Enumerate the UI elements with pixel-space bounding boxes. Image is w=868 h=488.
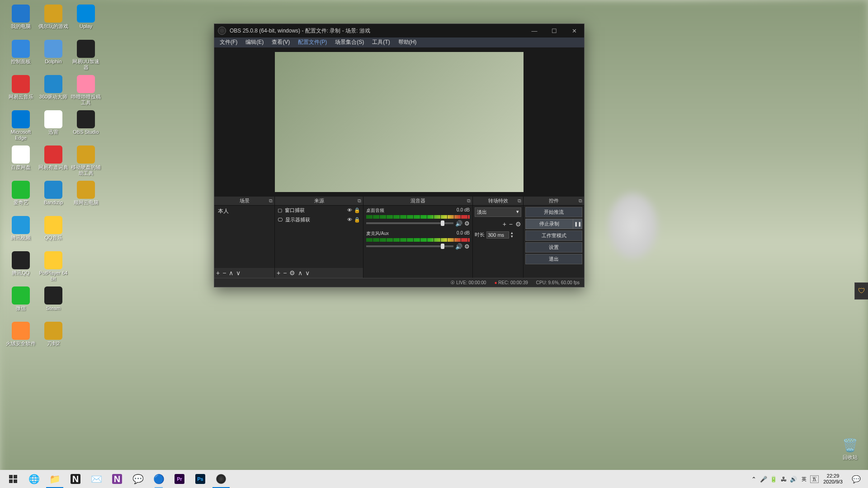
desktop-icon[interactable]: 腾讯QQ bbox=[5, 251, 37, 286]
menu-tools[interactable]: 工具(T) bbox=[368, 38, 393, 47]
menu-scene-collection[interactable]: 场景集合(S) bbox=[331, 38, 368, 47]
popout-icon[interactable]: ⧉ bbox=[358, 198, 361, 204]
source-item[interactable]: 🖵显示器捕获👁🔒 bbox=[275, 215, 363, 225]
source-properties-button[interactable]: ⚙ bbox=[289, 269, 295, 277]
popout-icon[interactable]: ⧉ bbox=[518, 198, 521, 204]
remove-scene-button[interactable]: − bbox=[222, 269, 226, 277]
menu-profile[interactable]: 配置文件(P) bbox=[294, 38, 330, 47]
desktop-icon[interactable]: 迅雷 bbox=[37, 110, 70, 145]
taskbar-explorer[interactable]: 📁 bbox=[44, 470, 65, 488]
popout-icon[interactable]: ⧉ bbox=[269, 198, 273, 204]
tray-overflow-button[interactable]: ⌃ bbox=[749, 470, 758, 488]
tray-mic-icon[interactable]: 🎤 bbox=[759, 470, 768, 488]
source-item[interactable]: ▢窗口捕获👁🔒 bbox=[275, 206, 363, 215]
minimize-button[interactable]: — bbox=[524, 24, 544, 38]
desktop-icon[interactable]: 控制面板 bbox=[5, 40, 37, 75]
visibility-icon[interactable]: 👁 bbox=[347, 207, 352, 213]
desktop-icon[interactable]: Uplay bbox=[70, 5, 102, 40]
mute-icon[interactable]: 🔊 bbox=[455, 243, 462, 250]
visibility-icon[interactable]: 👁 bbox=[347, 217, 352, 223]
edge-trash-widget[interactable]: 🛡 bbox=[854, 282, 868, 300]
taskbar-obs[interactable] bbox=[211, 470, 231, 488]
taskbar-edge[interactable]: 🌐 bbox=[24, 470, 44, 488]
desktop-icon[interactable]: 网易云音乐 bbox=[5, 75, 37, 110]
start-streaming-button[interactable]: 开始推流 bbox=[525, 207, 582, 217]
taskbar-chrome[interactable]: 🔵 bbox=[148, 470, 169, 488]
menu-edit[interactable]: 编辑(E) bbox=[242, 38, 267, 47]
ime-indicator-2[interactable]: 五 bbox=[810, 475, 819, 483]
desktop-icon[interactable]: 顺网云电脑 bbox=[70, 181, 102, 216]
tray-network-icon[interactable]: 🖧 bbox=[779, 470, 788, 488]
source-up-button[interactable]: ∧ bbox=[298, 269, 302, 277]
desktop-icon[interactable]: 火绒安全软件 bbox=[5, 322, 37, 357]
exit-button[interactable]: 退出 bbox=[525, 254, 582, 264]
desktop-icon[interactable]: 哔哩哔哩投稿工具 bbox=[70, 75, 102, 110]
obs-preview-area[interactable] bbox=[214, 47, 584, 197]
remove-transition-button[interactable]: − bbox=[509, 221, 513, 228]
desktop-icon[interactable]: QQ音乐 bbox=[37, 216, 70, 251]
start-button[interactable] bbox=[3, 470, 24, 488]
desktop-icon[interactable]: 网易UU加速器 bbox=[70, 40, 102, 75]
desktop-icon[interactable]: 刀剑2 bbox=[37, 322, 70, 357]
taskbar-notion[interactable]: N bbox=[65, 470, 86, 488]
recycle-bin[interactable]: 🗑️ 回收站 bbox=[841, 436, 859, 461]
menu-view[interactable]: 查看(V) bbox=[268, 38, 293, 47]
maximize-button[interactable]: ☐ bbox=[544, 24, 564, 38]
close-button[interactable]: ✕ bbox=[564, 24, 584, 38]
transition-properties-button[interactable]: ⚙ bbox=[515, 221, 521, 228]
tray-battery-icon[interactable]: 🔋 bbox=[769, 470, 778, 488]
desktop-icon[interactable]: 我的电脑 bbox=[5, 5, 37, 40]
taskbar-onenote[interactable]: N bbox=[107, 470, 127, 488]
popout-icon[interactable]: ⧉ bbox=[579, 198, 582, 204]
pause-recording-button[interactable]: ❚❚ bbox=[573, 219, 582, 229]
remove-source-button[interactable]: − bbox=[283, 269, 287, 277]
volume-slider[interactable] bbox=[366, 222, 453, 224]
channel-settings-icon[interactable]: ⚙ bbox=[464, 243, 470, 250]
taskbar-premiere[interactable]: Pr bbox=[169, 470, 190, 488]
desktop-icon[interactable]: Bandizip bbox=[37, 181, 70, 216]
add-source-button[interactable]: + bbox=[277, 269, 280, 277]
desktop-icon[interactable]: 网易有道词典 bbox=[37, 145, 70, 181]
desktop-icon[interactable]: Steam bbox=[37, 286, 70, 322]
mute-icon[interactable]: 🔊 bbox=[455, 220, 462, 227]
desktop-icon[interactable]: 360驱动大师 bbox=[37, 75, 70, 110]
desktop-icon[interactable]: OBS Studio bbox=[70, 110, 102, 145]
desktop-icon[interactable]: 腾讯视频 bbox=[5, 216, 37, 251]
popout-icon[interactable]: ⧉ bbox=[467, 198, 471, 204]
obs-titlebar[interactable]: OBS 25.0.8 (64-bit, windows) - 配置文件: 录制 … bbox=[214, 24, 584, 38]
spinner-icon[interactable]: ▴▾ bbox=[511, 231, 513, 238]
obs-title-text: OBS 25.0.8 (64-bit, windows) - 配置文件: 录制 … bbox=[230, 27, 370, 35]
desktop-icon[interactable]: 百度网盘 bbox=[5, 145, 37, 181]
scene-down-button[interactable]: ∨ bbox=[236, 269, 241, 277]
desktop-icon[interactable]: 偶尔玩的游戏 bbox=[37, 5, 70, 40]
taskbar-wechat[interactable]: 💬 bbox=[127, 470, 148, 488]
add-transition-button[interactable]: + bbox=[503, 221, 506, 228]
tray-volume-icon[interactable]: 🔊 bbox=[789, 470, 798, 488]
settings-button[interactable]: 设置 bbox=[525, 242, 582, 253]
taskbar-photoshop[interactable]: Ps bbox=[190, 470, 211, 488]
transition-select[interactable]: 淡出 ▾ bbox=[475, 207, 521, 217]
taskbar-clock[interactable]: 22:29 2020/9/3 bbox=[820, 473, 846, 485]
desktop-icon[interactable]: 微信 bbox=[5, 286, 37, 322]
transition-duration-input[interactable] bbox=[486, 231, 509, 239]
desktop-icon[interactable]: Dolphin bbox=[37, 40, 70, 75]
source-down-button[interactable]: ∨ bbox=[305, 269, 310, 277]
studio-mode-button[interactable]: 工作室模式 bbox=[525, 230, 582, 241]
menu-file[interactable]: 文件(F) bbox=[216, 38, 241, 47]
stop-recording-button[interactable]: 停止录制 bbox=[525, 219, 573, 229]
ime-indicator-1[interactable]: 英 bbox=[799, 476, 809, 483]
desktop-icon[interactable]: 移动硬盘的辅助工具 bbox=[70, 145, 102, 181]
desktop-icon[interactable]: Microsoft Edge bbox=[5, 110, 37, 145]
volume-slider[interactable] bbox=[366, 245, 453, 247]
scene-up-button[interactable]: ∧ bbox=[229, 269, 233, 277]
scene-item[interactable]: 本人 bbox=[214, 206, 274, 217]
add-scene-button[interactable]: + bbox=[216, 269, 220, 277]
action-center-button[interactable]: 💬 bbox=[847, 475, 865, 483]
lock-icon[interactable]: 🔒 bbox=[354, 207, 360, 213]
desktop-icon[interactable]: 爱奇艺 bbox=[5, 181, 37, 216]
channel-settings-icon[interactable]: ⚙ bbox=[464, 220, 470, 227]
desktop-icon[interactable]: PotPlayer 64 bit bbox=[37, 251, 70, 286]
menu-help[interactable]: 帮助(H) bbox=[395, 38, 420, 47]
taskbar-mail[interactable]: ✉️ bbox=[86, 470, 107, 488]
lock-icon[interactable]: 🔒 bbox=[354, 217, 360, 223]
